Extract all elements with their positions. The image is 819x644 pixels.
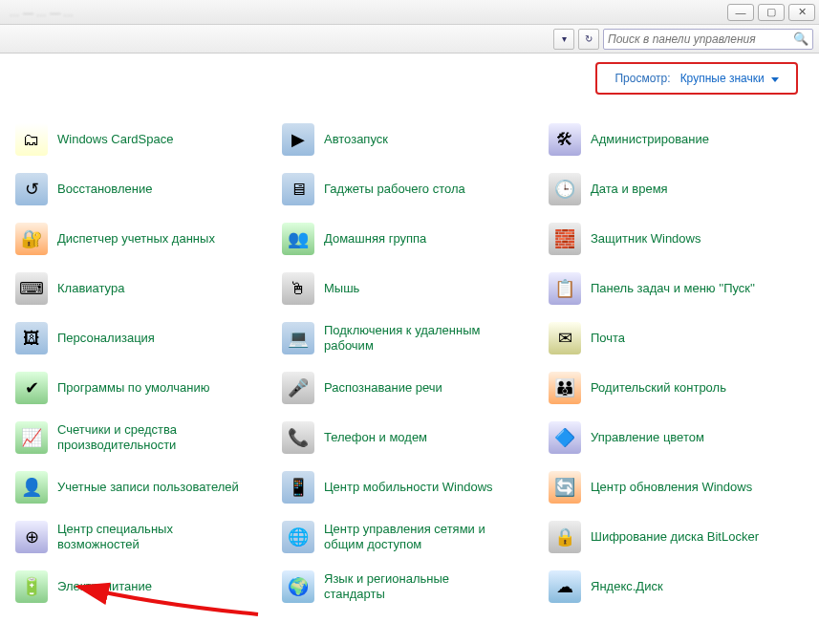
cp-item-label: Персонализация	[57, 331, 155, 346]
cp-item-yadisk[interactable]: ☁Яндекс.Диск	[545, 566, 808, 608]
cp-item-region[interactable]: 🌍Язык и региональные стандарты	[278, 566, 541, 608]
mouse-icon: 🖱	[282, 272, 314, 305]
cp-item-label: Почта	[591, 331, 625, 346]
toolbar: ▾ ↻ 🔍	[0, 25, 819, 54]
view-selector-highlight: Просмотр: Крупные значки	[595, 62, 798, 95]
view-value-text: Крупные значки	[680, 72, 765, 85]
cp-item-label: Диспетчер учетных данных	[57, 231, 215, 247]
cp-item-label: Автозапуск	[324, 132, 388, 147]
search-input[interactable]	[608, 32, 793, 46]
autorun-icon: ▶	[282, 123, 314, 156]
cp-item-credential[interactable]: 🔐Диспетчер учетных данных	[11, 218, 274, 260]
remote-icon: 💻	[282, 322, 314, 354]
cp-item-users[interactable]: 👤Учетные записи пользователей	[11, 466, 274, 508]
yadisk-icon: ☁	[549, 570, 581, 603]
bitlocker-icon: 🔒	[549, 521, 581, 553]
datetime-icon: 🕒	[549, 173, 581, 205]
cp-item-label: Центр мобильности Windows	[324, 480, 493, 495]
cp-item-label: Распознавание речи	[324, 380, 442, 396]
cp-item-phone[interactable]: 📞Телефон и модем	[278, 417, 541, 459]
personalize-icon: 🖼	[15, 322, 48, 354]
ease-icon: ⊕	[15, 521, 48, 553]
cp-item-label: Администрирование	[591, 132, 709, 147]
cp-item-homegroup[interactable]: 👥Домашняя группа	[278, 218, 541, 260]
search-icon[interactable]: 🔍	[793, 32, 808, 46]
dropdown-nav-button[interactable]: ▾	[553, 29, 574, 50]
window-title: … — … — …	[4, 7, 74, 18]
mobility-icon: 📱	[282, 471, 314, 504]
admin-icon: 🛠	[549, 123, 581, 156]
cp-item-label: Родительский контроль	[591, 380, 726, 396]
cp-item-label: Яндекс.Диск	[591, 579, 663, 594]
mail-icon: ✉	[549, 322, 581, 354]
cp-item-gadgets[interactable]: 🖥Гаджеты рабочего стола	[278, 168, 541, 210]
cp-item-label: Электропитание	[57, 579, 152, 594]
users-icon: 👤	[15, 471, 48, 504]
cardspace-icon: 🗂	[15, 123, 48, 156]
cp-item-bitlocker[interactable]: 🔒Шифрование диска BitLocker	[545, 516, 808, 558]
cp-item-remote[interactable]: 💻Подключения к удаленным рабочим	[278, 317, 541, 359]
cp-item-network[interactable]: 🌐Центр управления сетями и общим доступо…	[278, 516, 541, 558]
cp-item-speech[interactable]: 🎤Распознавание речи	[278, 367, 541, 409]
cp-item-update[interactable]: 🔄Центр обновления Windows	[545, 466, 808, 508]
speech-icon: 🎤	[282, 372, 314, 404]
search-box[interactable]: 🔍	[603, 29, 813, 50]
cp-item-ease[interactable]: ⊕Центр специальных возможностей	[11, 516, 274, 558]
cp-item-label: Центр управления сетями и общим доступом	[324, 522, 506, 553]
cp-item-mail[interactable]: ✉Почта	[545, 317, 808, 359]
cp-item-label: Программы по умолчанию	[57, 380, 209, 396]
taskbar-icon: 📋	[549, 272, 581, 305]
cp-item-defaults[interactable]: ✔Программы по умолчанию	[11, 367, 274, 409]
cp-item-label: Телефон и модем	[324, 430, 427, 445]
cp-item-cardspace[interactable]: 🗂Windows CardSpace	[11, 118, 274, 161]
cp-item-color[interactable]: 🔷Управление цветом	[545, 417, 808, 459]
cp-item-label: Дата и время	[591, 182, 668, 197]
cp-item-label: Панель задач и меню ''Пуск''	[591, 281, 755, 296]
view-label: Просмотр:	[614, 72, 670, 85]
parental-icon: 👪	[549, 372, 581, 404]
window-controls: — ▢ ✕	[727, 4, 815, 21]
cp-item-keyboard[interactable]: ⌨Клавиатура	[11, 268, 274, 310]
cp-item-label: Клавиатура	[57, 281, 124, 296]
cp-item-label: Язык и региональные стандарты	[324, 571, 506, 603]
gadgets-icon: 🖥	[282, 173, 314, 205]
cp-item-label: Центр специальных возможностей	[57, 522, 239, 553]
cp-item-label: Шифрование диска BitLocker	[591, 529, 759, 545]
cp-item-perfmon[interactable]: 📈Счетчики и средства производительности	[11, 417, 274, 459]
cp-item-defender[interactable]: 🧱Защитник Windows	[545, 218, 808, 260]
cp-item-personalize[interactable]: 🖼Персонализация	[11, 317, 274, 359]
cp-item-parental[interactable]: 👪Родительский контроль	[545, 367, 808, 409]
cp-item-label: Защитник Windows	[591, 231, 700, 247]
cp-item-taskbar[interactable]: 📋Панель задач и меню ''Пуск''	[545, 268, 808, 310]
cp-item-label: Управление цветом	[591, 430, 704, 445]
cp-item-label: Домашняя группа	[324, 231, 426, 247]
cp-item-admin[interactable]: 🛠Администрирование	[545, 118, 808, 161]
cp-item-datetime[interactable]: 🕒Дата и время	[545, 168, 808, 210]
minimize-button[interactable]: —	[727, 4, 754, 21]
refresh-button[interactable]: ↻	[578, 29, 599, 50]
cp-item-label: Гаджеты рабочего стола	[324, 182, 465, 197]
control-panel-grid: 🗂Windows CardSpace▶Автозапуск🛠Администри…	[0, 97, 819, 619]
cp-item-label: Восстановление	[57, 182, 152, 197]
cp-item-power[interactable]: 🔋Электропитание	[11, 566, 274, 608]
network-icon: 🌐	[282, 521, 314, 553]
cp-item-label: Windows CardSpace	[57, 132, 173, 147]
cp-item-mobility[interactable]: 📱Центр мобильности Windows	[278, 466, 541, 508]
cp-item-mouse[interactable]: 🖱Мышь	[278, 268, 541, 310]
titlebar: … — … — … — ▢ ✕	[0, 0, 819, 25]
view-value[interactable]: Крупные значки	[680, 72, 779, 85]
defaults-icon: ✔	[15, 372, 48, 404]
homegroup-icon: 👥	[282, 223, 314, 255]
cp-item-recovery[interactable]: ↺Восстановление	[11, 168, 274, 210]
maximize-button[interactable]: ▢	[758, 4, 785, 21]
power-icon: 🔋	[15, 570, 48, 603]
cp-item-autorun[interactable]: ▶Автозапуск	[278, 118, 541, 161]
viewbar: Просмотр: Крупные значки	[0, 54, 819, 97]
defender-icon: 🧱	[549, 223, 581, 255]
cp-item-label: Центр обновления Windows	[591, 480, 752, 495]
chevron-down-icon	[771, 77, 779, 82]
close-button[interactable]: ✕	[788, 4, 815, 21]
update-icon: 🔄	[549, 471, 581, 504]
recovery-icon: ↺	[15, 173, 48, 205]
keyboard-icon: ⌨	[15, 272, 48, 305]
